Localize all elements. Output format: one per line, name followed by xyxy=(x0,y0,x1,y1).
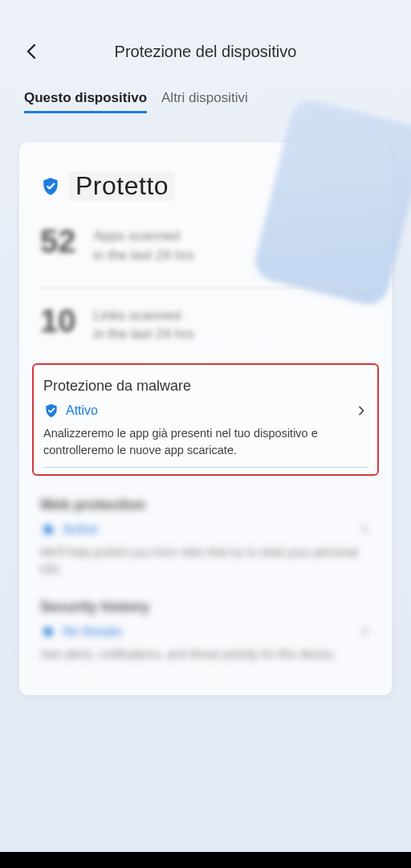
chevron-right-icon xyxy=(355,404,368,417)
protection-status: Protetto xyxy=(40,171,371,201)
web-section-desc: We'll help protect you from sites that t… xyxy=(40,544,371,578)
device-card: Protetto 52 Apps scanned in the last 24 … xyxy=(19,142,392,695)
web-section-title: Web protection xyxy=(40,497,371,514)
shield-check-icon xyxy=(40,176,61,197)
malware-section-title: Protezione da malware xyxy=(43,378,368,395)
tab-this-device[interactable]: Questo dispositivo xyxy=(24,90,147,113)
security-history-card[interactable]: Security history No threats See alerts, … xyxy=(40,599,371,663)
stat-apps-label-1: Apps scanned xyxy=(94,227,194,246)
malware-status-label: Attivo xyxy=(66,403,98,418)
svg-point-1 xyxy=(43,627,53,637)
divider xyxy=(39,288,372,289)
shield-check-icon xyxy=(40,522,56,538)
history-section-title: Security history xyxy=(40,599,371,616)
malware-protection-row[interactable]: Attivo xyxy=(43,403,368,419)
web-status-label: Active xyxy=(63,522,98,537)
divider xyxy=(43,467,368,468)
malware-section-desc: Analizzeremo le app già presenti nel tuo… xyxy=(43,425,368,459)
svg-point-0 xyxy=(43,525,53,534)
history-section-desc: See alerts, notifications, and threat ac… xyxy=(40,646,371,663)
header: Protezione del dispositivo xyxy=(0,0,411,90)
stat-links-label-2: in the last 24 hrs xyxy=(94,325,194,344)
stat-links-scanned: 10 Links scanned in the last 24 hrs xyxy=(40,305,371,345)
malware-protection-card: Protezione da malware Attivo Analizzerem… xyxy=(32,363,379,476)
history-status-label: No threats xyxy=(63,624,122,639)
shield-check-icon xyxy=(43,403,59,419)
protection-status-label: Protetto xyxy=(69,171,175,201)
stat-links-label-1: Links scanned xyxy=(94,306,194,326)
phone-illustration xyxy=(251,96,411,309)
stat-apps-scanned: 52 Apps scanned in the last 24 hrs xyxy=(40,225,371,265)
system-nav-bar xyxy=(0,852,411,868)
tab-other-devices[interactable]: Altri dispositivi xyxy=(161,90,248,113)
page-title: Protezione del dispositivo xyxy=(22,43,389,61)
chevron-right-icon xyxy=(358,523,371,536)
chevron-right-icon xyxy=(358,625,371,638)
stat-links-count: 10 xyxy=(40,305,76,337)
web-protection-card[interactable]: Web protection Active We'll help protect… xyxy=(40,497,371,578)
stat-apps-count: 52 xyxy=(40,225,76,257)
stat-apps-label-2: in the last 24 hrs xyxy=(94,246,194,265)
shield-check-icon xyxy=(40,624,56,640)
